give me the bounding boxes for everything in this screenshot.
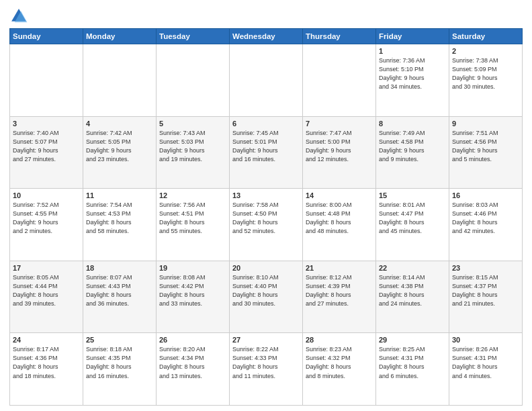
- day-cell: [230, 44, 303, 117]
- col-header-friday: Friday: [376, 29, 449, 44]
- day-info: Sunrise: 8:23 AM Sunset: 4:32 PM Dayligh…: [306, 345, 373, 380]
- week-row-1: 1Sunrise: 7:36 AM Sunset: 5:10 PM Daylig…: [10, 44, 523, 117]
- day-info: Sunrise: 7:58 AM Sunset: 4:50 PM Dayligh…: [232, 201, 300, 236]
- day-cell: 1Sunrise: 7:36 AM Sunset: 5:10 PM Daylig…: [376, 44, 449, 117]
- day-cell: 8Sunrise: 7:49 AM Sunset: 4:58 PM Daylig…: [376, 116, 449, 189]
- header: [9, 7, 523, 26]
- day-cell: 2Sunrise: 7:38 AM Sunset: 5:09 PM Daylig…: [449, 44, 523, 117]
- day-info: Sunrise: 7:42 AM Sunset: 5:05 PM Dayligh…: [86, 129, 153, 164]
- day-number: 27: [232, 336, 300, 344]
- page: SundayMondayTuesdayWednesdayThursdayFrid…: [0, 0, 532, 411]
- day-number: 9: [452, 120, 519, 128]
- day-number: 5: [159, 120, 226, 128]
- day-info: Sunrise: 7:40 AM Sunset: 5:07 PM Dayligh…: [13, 129, 80, 164]
- day-cell: 24Sunrise: 8:17 AM Sunset: 4:36 PM Dayli…: [10, 333, 83, 406]
- day-cell: 16Sunrise: 8:03 AM Sunset: 4:46 PM Dayli…: [449, 189, 523, 261]
- day-number: 23: [452, 264, 519, 272]
- day-cell: 29Sunrise: 8:25 AM Sunset: 4:31 PM Dayli…: [376, 333, 449, 406]
- day-info: Sunrise: 8:05 AM Sunset: 4:44 PM Dayligh…: [13, 273, 80, 308]
- day-info: Sunrise: 8:07 AM Sunset: 4:43 PM Dayligh…: [86, 273, 153, 308]
- day-number: 17: [13, 264, 80, 272]
- day-info: Sunrise: 8:10 AM Sunset: 4:40 PM Dayligh…: [232, 273, 300, 308]
- day-info: Sunrise: 8:15 AM Sunset: 4:37 PM Dayligh…: [452, 273, 519, 308]
- day-cell: 22Sunrise: 8:14 AM Sunset: 4:38 PM Dayli…: [376, 261, 449, 333]
- day-info: Sunrise: 7:43 AM Sunset: 5:03 PM Dayligh…: [159, 129, 226, 164]
- header-row: SundayMondayTuesdayWednesdayThursdayFrid…: [10, 29, 523, 44]
- day-number: 15: [379, 191, 446, 199]
- day-number: 3: [13, 120, 80, 128]
- day-cell: 9Sunrise: 7:51 AM Sunset: 4:56 PM Daylig…: [449, 116, 523, 189]
- week-row-2: 3Sunrise: 7:40 AM Sunset: 5:07 PM Daylig…: [10, 116, 523, 189]
- col-header-wednesday: Wednesday: [230, 29, 303, 44]
- day-number: 24: [13, 336, 80, 344]
- day-cell: [157, 44, 230, 117]
- day-info: Sunrise: 7:36 AM Sunset: 5:10 PM Dayligh…: [379, 56, 446, 91]
- day-cell: 11Sunrise: 7:54 AM Sunset: 4:53 PM Dayli…: [83, 189, 157, 261]
- day-number: 26: [159, 336, 226, 344]
- day-info: Sunrise: 8:01 AM Sunset: 4:47 PM Dayligh…: [379, 201, 446, 236]
- day-number: 13: [232, 191, 300, 199]
- day-number: 8: [379, 120, 446, 128]
- day-cell: 28Sunrise: 8:23 AM Sunset: 4:32 PM Dayli…: [303, 333, 376, 406]
- day-info: Sunrise: 8:17 AM Sunset: 4:36 PM Dayligh…: [13, 345, 80, 380]
- day-number: 28: [306, 336, 373, 344]
- day-number: 19: [159, 264, 226, 272]
- col-header-saturday: Saturday: [449, 29, 523, 44]
- day-number: 25: [86, 336, 153, 344]
- day-cell: 13Sunrise: 7:58 AM Sunset: 4:50 PM Dayli…: [230, 189, 303, 261]
- day-info: Sunrise: 7:52 AM Sunset: 4:55 PM Dayligh…: [13, 201, 80, 236]
- day-cell: 14Sunrise: 8:00 AM Sunset: 4:48 PM Dayli…: [303, 189, 376, 261]
- calendar: SundayMondayTuesdayWednesdayThursdayFrid…: [9, 28, 523, 406]
- day-number: 1: [379, 47, 446, 55]
- day-number: 4: [86, 120, 153, 128]
- day-number: 2: [452, 47, 519, 55]
- day-info: Sunrise: 7:47 AM Sunset: 5:00 PM Dayligh…: [306, 129, 373, 164]
- day-info: Sunrise: 8:08 AM Sunset: 4:42 PM Dayligh…: [159, 273, 226, 308]
- day-info: Sunrise: 8:26 AM Sunset: 4:31 PM Dayligh…: [452, 345, 519, 380]
- logo-icon: [9, 7, 28, 26]
- day-cell: 20Sunrise: 8:10 AM Sunset: 4:40 PM Dayli…: [230, 261, 303, 333]
- day-number: 10: [13, 191, 80, 199]
- day-cell: 26Sunrise: 8:20 AM Sunset: 4:34 PM Dayli…: [157, 333, 230, 406]
- col-header-tuesday: Tuesday: [157, 29, 230, 44]
- week-row-5: 24Sunrise: 8:17 AM Sunset: 4:36 PM Dayli…: [10, 333, 523, 406]
- day-info: Sunrise: 7:45 AM Sunset: 5:01 PM Dayligh…: [232, 129, 300, 164]
- day-cell: 18Sunrise: 8:07 AM Sunset: 4:43 PM Dayli…: [83, 261, 157, 333]
- day-number: 22: [379, 264, 446, 272]
- day-cell: [303, 44, 376, 117]
- col-header-sunday: Sunday: [10, 29, 83, 44]
- day-info: Sunrise: 7:54 AM Sunset: 4:53 PM Dayligh…: [86, 201, 153, 236]
- day-cell: 19Sunrise: 8:08 AM Sunset: 4:42 PM Dayli…: [157, 261, 230, 333]
- day-info: Sunrise: 8:14 AM Sunset: 4:38 PM Dayligh…: [379, 273, 446, 308]
- day-info: Sunrise: 8:03 AM Sunset: 4:46 PM Dayligh…: [452, 201, 519, 236]
- col-header-monday: Monday: [83, 29, 157, 44]
- day-info: Sunrise: 8:00 AM Sunset: 4:48 PM Dayligh…: [306, 201, 373, 236]
- day-info: Sunrise: 8:20 AM Sunset: 4:34 PM Dayligh…: [159, 345, 226, 380]
- day-info: Sunrise: 8:25 AM Sunset: 4:31 PM Dayligh…: [379, 345, 446, 380]
- week-row-4: 17Sunrise: 8:05 AM Sunset: 4:44 PM Dayli…: [10, 261, 523, 333]
- day-number: 20: [232, 264, 300, 272]
- day-number: 7: [306, 120, 373, 128]
- logo: [9, 7, 31, 26]
- day-info: Sunrise: 8:18 AM Sunset: 4:35 PM Dayligh…: [86, 345, 153, 380]
- week-row-3: 10Sunrise: 7:52 AM Sunset: 4:55 PM Dayli…: [10, 189, 523, 261]
- day-number: 30: [452, 336, 519, 344]
- day-cell: 4Sunrise: 7:42 AM Sunset: 5:05 PM Daylig…: [83, 116, 157, 189]
- col-header-thursday: Thursday: [303, 29, 376, 44]
- day-cell: 25Sunrise: 8:18 AM Sunset: 4:35 PM Dayli…: [83, 333, 157, 406]
- day-cell: 7Sunrise: 7:47 AM Sunset: 5:00 PM Daylig…: [303, 116, 376, 189]
- day-info: Sunrise: 7:56 AM Sunset: 4:51 PM Dayligh…: [159, 201, 226, 236]
- day-number: 29: [379, 336, 446, 344]
- day-cell: 5Sunrise: 7:43 AM Sunset: 5:03 PM Daylig…: [157, 116, 230, 189]
- day-cell: 27Sunrise: 8:22 AM Sunset: 4:33 PM Dayli…: [230, 333, 303, 406]
- day-cell: [10, 44, 83, 117]
- day-cell: 3Sunrise: 7:40 AM Sunset: 5:07 PM Daylig…: [10, 116, 83, 189]
- day-cell: 21Sunrise: 8:12 AM Sunset: 4:39 PM Dayli…: [303, 261, 376, 333]
- day-info: Sunrise: 7:38 AM Sunset: 5:09 PM Dayligh…: [452, 56, 519, 91]
- day-cell: 12Sunrise: 7:56 AM Sunset: 4:51 PM Dayli…: [157, 189, 230, 261]
- day-number: 16: [452, 191, 519, 199]
- day-cell: 23Sunrise: 8:15 AM Sunset: 4:37 PM Dayli…: [449, 261, 523, 333]
- day-cell: 30Sunrise: 8:26 AM Sunset: 4:31 PM Dayli…: [449, 333, 523, 406]
- day-number: 21: [306, 264, 373, 272]
- day-info: Sunrise: 8:22 AM Sunset: 4:33 PM Dayligh…: [232, 345, 300, 380]
